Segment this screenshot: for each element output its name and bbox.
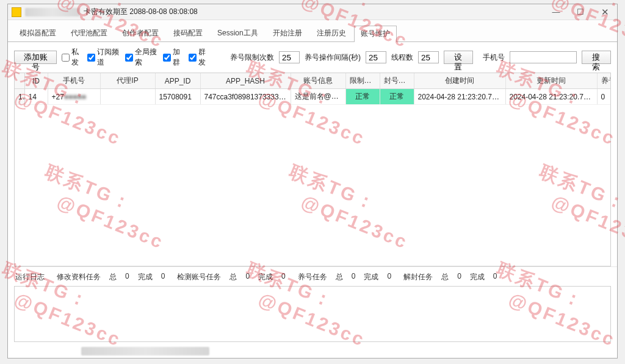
cell-apphash: 747cca3f089813733339490d... (200, 89, 291, 105)
col-ban[interactable]: 封号状态 (380, 73, 414, 89)
status-group-1: 检测账号任务总0完成0 (177, 272, 285, 282)
add-account-button[interactable]: 添加账号 (14, 51, 57, 64)
tab-4[interactable]: Session工具 (211, 25, 265, 41)
app-icon (12, 7, 21, 17)
minimize-button[interactable]: — (544, 4, 568, 20)
cell-appid: 15708091 (155, 89, 200, 105)
close-button[interactable]: ✕ (593, 4, 617, 20)
table-row[interactable]: 114+27■■■■■15708091747cca3f0898137333394… (15, 89, 611, 105)
title-suffix: 卡密有效期至 2088-08-08 08:08:08 (84, 7, 198, 17)
checkbox-qunfa[interactable]: 群发 (189, 47, 209, 68)
col-appid[interactable]: APP_ID (155, 73, 200, 89)
tab-1[interactable]: 代理池配置 (64, 25, 114, 41)
status-bar: 运行日志修改资料任务总0完成0检测账号任务总0完成0养号任务总0完成0解封任务总… (8, 266, 617, 286)
cell-created: 2024-04-28 21:23:20.716910 (414, 89, 505, 105)
col-count[interactable]: 养号次数 (597, 73, 611, 89)
tab-strip: 模拟器配置代理池配置创作者配置接码配置Session工具开始注册注册历史账号维护 (8, 20, 617, 42)
runlog-label: 运行日志 (15, 272, 45, 282)
cell-proxy (100, 89, 155, 105)
phone-label: 手机号 (483, 52, 505, 63)
threads-label: 线程数 (391, 52, 413, 63)
tab-5[interactable]: 开始注册 (266, 25, 309, 41)
cell-updated: 2024-04-28 21:23:20.716910 (505, 89, 597, 105)
phone-search-input[interactable] (510, 51, 577, 63)
tab-0[interactable]: 模拟器配置 (13, 25, 63, 41)
col-proxy[interactable]: 代理IP (100, 73, 155, 89)
threads-input[interactable] (418, 51, 439, 63)
accounts-table: ID手机号代理IPAPP_IDAPP_HASH账号信息限制状态封号状态创建时间更… (15, 73, 611, 105)
limit-input[interactable] (279, 51, 300, 63)
title-redacted (25, 8, 80, 16)
checkbox-sifa[interactable]: 私发 (62, 47, 82, 68)
cell-phone: +27■■■■■ (48, 89, 100, 105)
interval-input[interactable] (366, 51, 386, 63)
limit-label: 养号限制次数 (230, 52, 274, 63)
cell-id: 14 (24, 89, 48, 105)
settings-button[interactable]: 设置 (444, 51, 473, 64)
cell-acct: 这是前名@#这... (291, 89, 345, 105)
app-window: 卡密有效期至 2088-08-08 08:08:08 — ☐ ✕ 模拟器配置代理… (7, 4, 618, 359)
tab-2[interactable]: 创作者配置 (115, 25, 165, 41)
footer-redacted (81, 347, 209, 355)
tab-6[interactable]: 注册历史 (310, 25, 353, 41)
status-group-2: 养号任务总0完成0 (298, 272, 391, 282)
checkbox-quanju[interactable]: 全局搜索 (125, 47, 158, 68)
col-acct[interactable]: 账号信息 (291, 73, 345, 89)
col-phone[interactable]: 手机号 (48, 73, 100, 89)
status-group-3: 解封任务总0完成0 (403, 272, 497, 282)
status-group-0: 修改资料任务总0完成0 (57, 272, 165, 282)
col-limit[interactable]: 限制状态 (345, 73, 380, 89)
col-created[interactable]: 创建时间 (414, 73, 505, 89)
col-apphash[interactable]: APP_HASH (200, 73, 291, 89)
cell-count: 0 (597, 89, 611, 105)
table-header-row: ID手机号代理IPAPP_IDAPP_HASH账号信息限制状态封号状态创建时间更… (15, 73, 611, 89)
checkbox-jiaqun[interactable]: 加群 (163, 47, 184, 68)
tab-7[interactable]: 账号维护 (354, 26, 397, 42)
cell-limit-status: 正常 (345, 89, 380, 105)
checkbox-dingyue[interactable]: 订阅频道 (87, 47, 120, 68)
accounts-table-container: ID手机号代理IPAPP_IDAPP_HASH账号信息限制状态封号状态创建时间更… (14, 73, 611, 266)
interval-label: 养号操作间隔(秒) (305, 52, 361, 63)
toolbar: 添加账号 私发 订阅频道 全局搜索 加群 群发 养号限制次数 养号操作间隔(秒)… (8, 42, 617, 73)
search-button[interactable]: 搜索 (582, 51, 611, 64)
cell-ban-status: 正常 (380, 89, 414, 105)
col-id[interactable]: ID (24, 73, 48, 89)
tab-3[interactable]: 接码配置 (167, 25, 209, 41)
titlebar: 卡密有效期至 2088-08-08 08:08:08 — ☐ ✕ (8, 4, 617, 20)
row-index: 1 (15, 89, 24, 105)
maximize-button[interactable]: ☐ (568, 4, 593, 20)
run-log-box[interactable] (14, 286, 611, 342)
col-updated[interactable]: 更新时间 (505, 73, 597, 89)
